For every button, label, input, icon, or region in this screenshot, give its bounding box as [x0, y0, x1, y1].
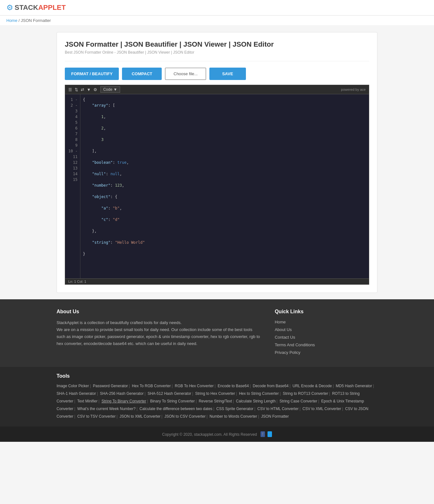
separator: |	[318, 399, 319, 403]
separator: |	[289, 384, 290, 388]
line-numbers: 1 - 2 - 3 4 5 6 7 8 9 10 - 11 12 13 14 1…	[65, 94, 80, 278]
tool-link-json[interactable]: JSON Formatter	[261, 414, 289, 419]
code-editor[interactable]: { "array": [ 1, 2, 3 ], "boolean": true,…	[80, 94, 369, 278]
settings-icon[interactable]: ⚙	[93, 87, 97, 92]
separator: |	[98, 399, 99, 403]
editor-body: 1 - 2 - 3 4 5 6 7 8 9 10 - 11 12 13 14 1…	[65, 94, 369, 278]
facebook-link[interactable]: f	[261, 431, 265, 437]
editor-toolbar: ☰ ⇅ ⇄ ▼ ⚙ Code ▼ powered by ace	[65, 85, 369, 94]
logo-icon: ⚙	[6, 3, 13, 12]
tool-link[interactable]: URL Encode & Decode	[293, 384, 332, 388]
list-item: Terms And Conditions	[275, 342, 377, 347]
tool-link-binary[interactable]: String To Binary Converter	[101, 399, 146, 403]
footer-tools: Tools Image Color Picker| Password Gener…	[0, 367, 434, 427]
list-item: About Us	[275, 327, 377, 332]
tool-link[interactable]: CSS Sprite Generator	[216, 407, 254, 411]
tool-link[interactable]: RGB To Hex Converter	[175, 384, 214, 388]
tool-link[interactable]: What's the current Week Number?	[77, 407, 135, 411]
breadcrumb: Home / JSON Formatter	[0, 16, 434, 26]
separator: |	[172, 384, 173, 388]
breadcrumb-separator: /	[18, 18, 21, 23]
separator: |	[236, 391, 237, 396]
tool-link[interactable]: Decode from Base64	[253, 384, 289, 388]
tool-link[interactable]: Hex to String Converter	[239, 391, 279, 396]
quicklink-contact[interactable]: Contact Us	[275, 335, 295, 340]
separator: |	[215, 384, 216, 388]
tool-link[interactable]: Calculate the difference between two dat…	[139, 407, 212, 411]
tool-link[interactable]: MD5 Hash Generator	[336, 384, 372, 388]
save-button[interactable]: SAVE	[209, 68, 246, 80]
separator: |	[74, 414, 75, 419]
editor-mode-select[interactable]: Code ▼	[100, 86, 120, 93]
tool-link[interactable]: JSON to CSV Converter	[165, 414, 206, 419]
tool-link[interactable]: Hex To RGB Converter	[132, 384, 171, 388]
footer-top: About Us StackApplet is a collection of …	[0, 299, 434, 367]
main-content: JSON Formatter | JSON Beautifier | JSON …	[57, 32, 377, 293]
filter-icon[interactable]: ▼	[87, 87, 91, 92]
twitter-link[interactable]: t	[268, 431, 272, 437]
tool-link[interactable]: Binary To String Converter	[150, 399, 195, 403]
editor-statusbar: Ln: 1 Col: 1	[65, 278, 369, 284]
tool-link[interactable]: SHA-1 Hash Generator	[57, 391, 96, 396]
hamburger-icon[interactable]: ☰	[68, 87, 72, 92]
tool-link[interactable]: SHA-512 Hash Generator	[147, 391, 191, 396]
breadcrumb-home[interactable]: Home	[6, 18, 17, 23]
logo-stack: STACK	[15, 3, 38, 12]
tool-link[interactable]: Image Color Picker	[57, 384, 89, 388]
editor-container: ☰ ⇅ ⇄ ▼ ⚙ Code ▼ powered by ace 1 - 2 - …	[65, 85, 369, 285]
separator: |	[213, 407, 214, 411]
tool-link[interactable]: CSV to HTML Converter	[257, 407, 299, 411]
tool-link[interactable]: Reverse String/Text	[199, 399, 232, 403]
tool-link[interactable]: Calculate String Length	[236, 399, 276, 403]
tool-link[interactable]: Encode to Base64	[218, 384, 249, 388]
quicklink-privacy[interactable]: Privacy Policy	[275, 350, 301, 355]
tool-link[interactable]: SHA-256 Hash Generator	[100, 391, 144, 396]
about-para2: We are on a mission to provide best smal…	[57, 326, 262, 347]
editor-powered-label: powered by ace	[341, 88, 366, 91]
tool-link[interactable]: CSV to TSV Converter	[77, 414, 116, 419]
compact-button[interactable]: COMPACT	[122, 68, 162, 80]
tool-link[interactable]: Text Minifier	[77, 399, 98, 403]
separator: |	[333, 384, 334, 388]
logo[interactable]: ⚙ STACK APPLET	[6, 3, 428, 12]
separator: |	[280, 391, 281, 396]
list-item: Home	[275, 319, 377, 324]
quicklink-terms[interactable]: Terms And Conditions	[275, 342, 315, 347]
logo-applet: APPLET	[38, 3, 66, 12]
separator: |	[196, 399, 197, 403]
sort-icon[interactable]: ⇅	[75, 87, 78, 92]
quicklink-home[interactable]: Home	[275, 320, 286, 324]
footer-quicklinks: Quick Links Home About Us Contact Us Ter…	[275, 309, 377, 357]
tool-link[interactable]: Number to Words Converter	[209, 414, 257, 419]
tool-link[interactable]: Password Generator	[93, 384, 128, 388]
breadcrumb-current: JSON Formatter	[21, 18, 51, 23]
footer-bottom: Copyright © 2020, stackapplet.com. All R…	[0, 427, 434, 442]
choose-file-button[interactable]: Choose file...	[165, 68, 206, 80]
quicklink-about[interactable]: About Us	[275, 327, 292, 332]
tool-link[interactable]: String to Hex Converter	[195, 391, 235, 396]
tools-title: Tools	[57, 373, 377, 379]
sort2-icon[interactable]: ⇄	[81, 87, 84, 92]
separator: |	[129, 384, 130, 388]
page-title: JSON Formatter | JSON Beautifier | JSON …	[65, 40, 369, 49]
separator: |	[250, 384, 251, 388]
separator: |	[300, 407, 301, 411]
about-para1: StackApplet is a collection of beautiful…	[57, 319, 262, 326]
separator: |	[233, 399, 234, 403]
separator: |	[147, 399, 148, 403]
list-item: Privacy Policy	[275, 350, 377, 355]
tool-link[interactable]: String Case Converter	[280, 399, 317, 403]
divider	[65, 61, 369, 61]
separator: |	[207, 414, 207, 419]
format-beautify-button[interactable]: FORMAT / BEAUTIFY	[65, 68, 119, 80]
tool-link[interactable]: String to ROT13 Converter	[283, 391, 328, 396]
tool-link[interactable]: JSON to XML Converter	[119, 414, 160, 419]
separator: |	[74, 399, 75, 403]
separator: |	[74, 407, 75, 411]
tools-links: Image Color Picker| Password Generator| …	[57, 382, 377, 420]
header: ⚙ STACK APPLET	[0, 0, 434, 16]
list-item: Contact Us	[275, 335, 377, 340]
footer-about: About Us StackApplet is a collection of …	[57, 309, 262, 357]
editor-icons: ☰ ⇅ ⇄ ▼ ⚙	[68, 87, 97, 92]
tool-link[interactable]: CSV to XML Converter	[302, 407, 341, 411]
